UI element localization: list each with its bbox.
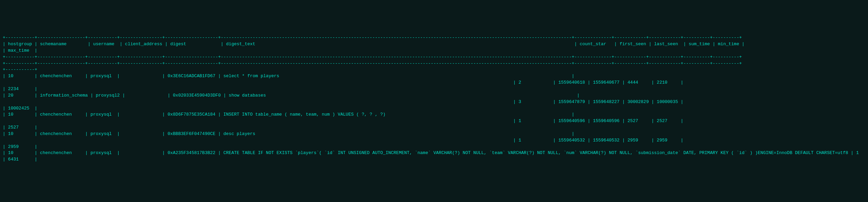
line-3: | max_time | [3,48,865,54]
line-18: | 2959 | [3,144,865,150]
line-8: | 2 | 1559640618 | 1559640677 | 4444 | 2… [3,80,865,86]
line-17: | 1 | 1559640532 | 1559640532 | 2959 | 2… [3,137,865,144]
line-19: | 10 | chenchenchen | proxysql | | 0xA23… [3,150,865,156]
line-5: +-----------+------------------+--------… [3,61,865,67]
line-6: +-----------+ [3,67,865,73]
line-1: +-----------+------------------+--------… [3,35,865,41]
line-7: | 10 | chenchenchen | proxysql | | 0x3E6… [3,73,865,80]
line-10: | 20 | information_schema | proxysql2 | … [3,92,865,99]
line-16: | 10 | chenchenchen | proxysql | | 0xBBB… [3,131,865,137]
line-9: | 2234 | [3,86,865,92]
line-13: | 10 | chenchenchen | proxysql | | 0x8D6… [3,112,865,118]
line-14: | 1 | 1559640596 | 1559640596 | 2527 | 2… [3,118,865,124]
line-11: | 3 | 1559647879 | 1559648227 | 30002829… [3,99,865,105]
line-2: | hostgroup | schemaname | username | cl… [3,41,865,48]
terminal-output: +-----------+------------------+--------… [0,27,868,164]
line-12: | 10002425 | [3,105,865,112]
line-20: | 6431 | [3,156,865,163]
line-15: | 2527 | [3,124,865,131]
line-4: +-----------+------------------+--------… [3,54,865,61]
